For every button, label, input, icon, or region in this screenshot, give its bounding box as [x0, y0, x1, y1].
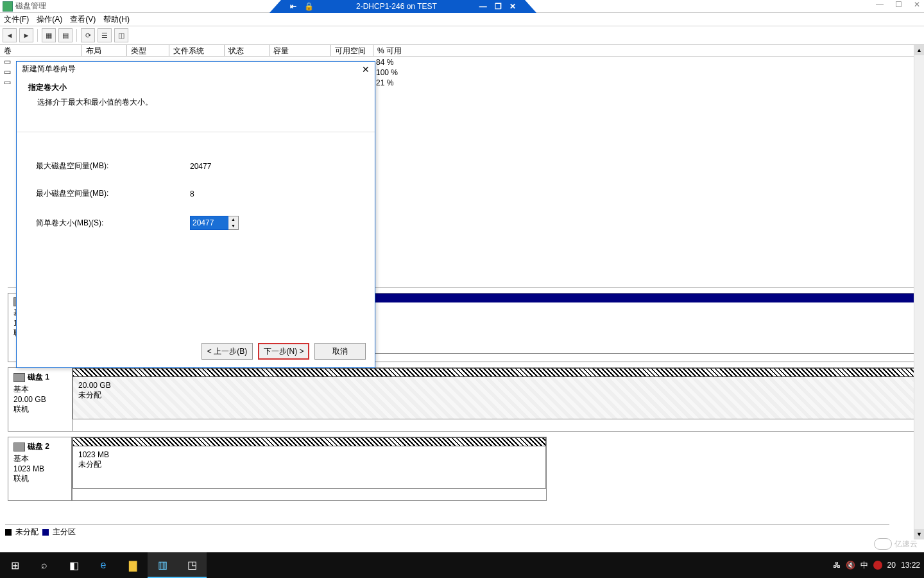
refresh-button[interactable]: ⟳	[81, 28, 95, 42]
disk-2-state: 联机	[13, 473, 66, 484]
explorer-icon[interactable]: ▇	[118, 552, 148, 578]
disk-1-type: 基本	[13, 384, 67, 395]
min-space-label: 最小磁盘空间量(MB):	[36, 188, 190, 199]
ime-indicator[interactable]: 中	[860, 560, 868, 571]
network-icon[interactable]: 🖧	[833, 561, 841, 570]
back-button[interactable]: < 上一步(B)	[201, 343, 253, 360]
col-free[interactable]: 可用空间	[331, 45, 373, 56]
spin-down-button[interactable]: ▼	[228, 223, 238, 229]
system-tray: 🖧 🔇 中 20 13:22	[833, 552, 920, 578]
menu-help[interactable]: 帮助(H)	[103, 14, 130, 25]
window-titlebar: 磁盘管理 ⇤ 🔒 2-DHCP1-246 on TEST — ❐ ✕ — ☐ ✕	[0, 0, 924, 13]
disk-2-unallocated[interactable]: 1023 MB 未分配	[73, 446, 546, 489]
disk-mgmt-icon[interactable]: ◳	[177, 552, 207, 578]
watermark: 亿速云	[874, 538, 918, 550]
dialog-close-button[interactable]: ✕	[362, 64, 370, 74]
toolbar-view1-button[interactable]: ▦	[42, 28, 56, 42]
disk-1-block[interactable]: 磁盘 1 基本 20.00 GB 联机 20.00 GB 未分配	[8, 367, 919, 432]
pin-icon[interactable]: ⇤	[290, 2, 296, 11]
wizard-heading: 指定卷大小	[28, 82, 367, 93]
disk-1-label: 磁盘 1 基本 20.00 GB 联机	[8, 368, 73, 431]
row1-percent: 84 %	[376, 58, 393, 67]
disk-1-unallocated[interactable]: 20.00 GB 未分配	[73, 377, 918, 419]
server-manager-icon[interactable]: ▥	[148, 552, 177, 578]
watermark-logo-icon	[874, 538, 892, 550]
app-icon	[3, 1, 13, 12]
vertical-scrollbar[interactable]: ▲ ▼	[914, 45, 924, 539]
tray-time[interactable]: 13:22	[901, 561, 920, 570]
tray-date[interactable]: 20	[887, 561, 896, 570]
back-button[interactable]: ◄	[3, 28, 17, 42]
next-button[interactable]: 下一步(N) >	[258, 343, 309, 360]
legend-swatch-primary	[42, 529, 49, 536]
remote-close-button[interactable]: ✕	[509, 2, 516, 11]
disk1-part-status: 未分配	[78, 390, 912, 401]
menu-action[interactable]: 操作(A)	[37, 14, 62, 25]
toolbar-panel-button[interactable]: ◫	[114, 28, 128, 42]
new-volume-wizard-dialog: 新建简单卷向导 ✕ 指定卷大小 选择介于最大和最小值的卷大小。 最大磁盘空间量(…	[16, 61, 375, 368]
legend-unalloc: 未分配	[15, 527, 38, 538]
remote-title: 2-DHCP1-246 on TEST	[356, 2, 437, 11]
taskbar: ⊞ ⌕ ◧ e ▇ ▥ ◳ 🖧 🔇 中 20 13:22	[0, 552, 924, 578]
outer-close-button[interactable]: ✕	[914, 0, 920, 9]
max-space-label: 最大磁盘空间量(MB):	[36, 161, 190, 171]
col-type[interactable]: 类型	[127, 45, 169, 56]
legend: 未分配 主分区	[5, 524, 889, 537]
disk2-part-size: 1023 MB	[78, 450, 540, 459]
col-capacity[interactable]: 容量	[270, 45, 331, 56]
notification-badge-icon[interactable]	[873, 561, 882, 570]
volume-size-label: 简单卷大小(MB)(S):	[36, 218, 190, 229]
row3-percent: 21 %	[376, 78, 393, 87]
lock-icon: 🔒	[304, 2, 314, 11]
toolbar-list-button[interactable]: ☰	[98, 28, 112, 42]
dialog-title: 新建简单卷向导	[17, 62, 375, 76]
app-title: 磁盘管理	[15, 1, 46, 12]
max-space-value: 20477	[190, 162, 211, 171]
disk-2-name: 磁盘 2	[28, 441, 49, 452]
partition-header-unalloc	[73, 437, 546, 446]
menu-view[interactable]: 查看(V)	[70, 14, 96, 25]
menu-file[interactable]: 文件(F)	[4, 14, 29, 25]
watermark-text: 亿速云	[894, 539, 918, 550]
disk1-part-size: 20.00 GB	[78, 381, 912, 390]
row2-percent: 100 %	[376, 68, 398, 77]
volume-size-spinner[interactable]: ▲ ▼	[190, 216, 239, 230]
search-button[interactable]: ⌕	[30, 552, 59, 578]
disk-2-type: 基本	[13, 453, 66, 464]
disk-2-label: 磁盘 2 基本 1023 MB 联机	[8, 437, 72, 501]
spin-up-button[interactable]: ▲	[228, 216, 238, 223]
disk-2-size: 1023 MB	[13, 464, 66, 473]
wizard-subheading: 选择介于最大和最小值的卷大小。	[37, 97, 367, 108]
disk-2-block[interactable]: 磁盘 2 基本 1023 MB 联机 1023 MB 未分配	[8, 437, 919, 501]
col-volume[interactable]: 卷	[0, 45, 82, 56]
menubar: 文件(F) 操作(A) 查看(V) 帮助(H)	[0, 13, 924, 26]
col-layout[interactable]: 布局	[82, 45, 127, 56]
scroll-up-button[interactable]: ▲	[914, 45, 924, 55]
disk-1-name: 磁盘 1	[28, 372, 49, 383]
toolbar: ◄ ► ▦ ▤ ⟳ ☰ ◫	[0, 26, 924, 45]
remote-minimize-button[interactable]: —	[479, 2, 487, 11]
remote-session-tab: ⇤ 🔒 2-DHCP1-246 on TEST — ❐ ✕	[270, 0, 536, 13]
toolbar-view2-button[interactable]: ▤	[58, 28, 73, 42]
volume-icon[interactable]: 🔇	[846, 561, 855, 570]
ie-icon[interactable]: e	[89, 552, 118, 578]
col-percent[interactable]: % 可用	[373, 45, 924, 56]
taskview-button[interactable]: ◧	[59, 552, 89, 578]
cancel-button[interactable]: 取消	[314, 343, 366, 360]
outer-maximize-button[interactable]: ☐	[895, 0, 902, 9]
disk-1-size: 20.00 GB	[13, 395, 67, 404]
remote-maximize-button[interactable]: ❐	[495, 2, 502, 11]
forward-button[interactable]: ►	[19, 28, 33, 42]
volume-table-header: 卷 布局 类型 文件系统 状态 容量 可用空间 % 可用	[0, 45, 924, 57]
disk-icon	[13, 373, 25, 382]
outer-minimize-button[interactable]: —	[876, 0, 884, 9]
col-filesystem[interactable]: 文件系统	[169, 45, 225, 56]
start-button[interactable]: ⊞	[0, 552, 30, 578]
col-status[interactable]: 状态	[225, 45, 270, 56]
disk2-part-status: 未分配	[78, 459, 540, 470]
dialog-header: 指定卷大小 选择介于最大和最小值的卷大小。	[17, 76, 375, 132]
min-space-value: 8	[190, 189, 194, 198]
volume-size-input[interactable]	[190, 216, 228, 230]
legend-swatch-unalloc	[5, 529, 12, 536]
legend-primary: 主分区	[53, 527, 76, 538]
